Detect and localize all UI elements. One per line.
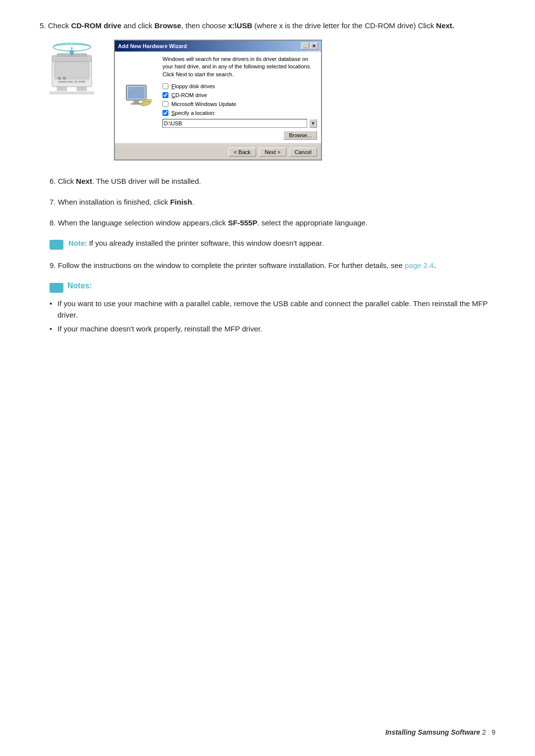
step5-next: Next. (436, 21, 454, 30)
floppy-checkbox[interactable] (162, 83, 168, 89)
svg-rect-6 (57, 87, 67, 91)
svg-point-19 (140, 101, 151, 107)
titlebar-controls: _ ✕ (301, 43, 318, 50)
svg-rect-2 (54, 62, 89, 79)
wizard-dialog: Add New Hardware Wizard _ ✕ (114, 40, 322, 161)
step9-number: 9. (50, 261, 56, 270)
option-cdrom: CD-ROM drive (162, 92, 317, 98)
location-row: ▼ (162, 119, 317, 128)
browse-button[interactable]: Browse... (283, 131, 317, 140)
note-text: Note: If you already installed the print… (68, 239, 324, 247)
svg-rect-16 (131, 103, 141, 105)
option-windows-update: Microsoft Windows Update (162, 101, 317, 107)
option-specify: Specify a location: (162, 110, 317, 116)
step5-text-middle1: and click (121, 21, 155, 30)
step6-number: 6. (50, 177, 56, 185)
svg-point-8 (58, 77, 61, 80)
step5-browse: Browse (155, 21, 181, 30)
note-label: Note (68, 239, 85, 247)
cancel-button[interactable]: Cancel (289, 148, 317, 157)
wizard-footer: < Back Next > Cancel (115, 144, 321, 160)
step8: 8. When the language selection window ap… (40, 217, 495, 229)
step5-text-middle2: , then choose (181, 21, 228, 30)
steps-section: 6. Click Next. The USB driver will be in… (40, 175, 495, 229)
list-item: If your machine doesn't work properly, r… (50, 324, 495, 335)
step7-number: 7. (50, 198, 56, 206)
notes-icon (50, 283, 63, 293)
svg-rect-14 (128, 87, 133, 90)
step6-next: Next (76, 177, 92, 185)
note-icon (50, 240, 63, 250)
floppy-label: Floppy disk drives (171, 83, 215, 89)
step5-xusb: x:\USB (228, 21, 252, 30)
wizard-body: Windows will search for new drivers in i… (115, 52, 321, 144)
cdrom-label: CD-ROM drive (171, 92, 207, 98)
svg-point-9 (63, 77, 66, 80)
step6: 6. Click Next. The USB driver will be in… (40, 175, 495, 187)
device-illustration: SAMSUNG SF-555P (40, 40, 104, 106)
svg-rect-4 (57, 54, 87, 56)
step7: 7. When installation is finished, click … (40, 196, 495, 208)
specify-checkbox[interactable] (162, 110, 168, 116)
step8-number: 8. (50, 218, 56, 227)
svg-rect-11 (50, 92, 94, 94)
step7-text: When installation is finished, click (58, 198, 170, 206)
step7-text-after: . (192, 198, 194, 206)
note-block: Note: If you already installed the print… (50, 239, 495, 250)
next-button[interactable]: Next > (259, 148, 286, 157)
cdrom-checkbox[interactable] (162, 92, 168, 98)
windows-update-checkbox[interactable] (162, 101, 168, 107)
notes-block: Notes: If you want to use your machine w… (50, 281, 495, 335)
location-dropdown[interactable]: ▼ (309, 119, 317, 128)
notes-list: If you want to use your machine with a p… (50, 298, 495, 335)
step5-cdrom: CD-ROM drive (71, 21, 121, 30)
note-content: If you already installed the printer sof… (87, 239, 324, 247)
step9-link[interactable]: page 2.4 (405, 261, 433, 270)
step9-text: Follow the instructions on the window to… (58, 261, 405, 270)
footer-dot: . (488, 730, 489, 736)
specify-label: Specify a location: (171, 110, 215, 116)
wizard-icon-area (119, 55, 159, 140)
footer-page-prefix: 2 (482, 728, 486, 736)
step5-text-before: 5. Check (40, 21, 71, 30)
wizard-text-area: Windows will search for new drivers in i… (162, 55, 317, 140)
step8-text: When the language selection window appea… (58, 218, 228, 227)
option-floppy: Floppy disk drives (162, 83, 317, 89)
back-button[interactable]: < Back (228, 148, 256, 157)
step6-text: Click (58, 177, 76, 185)
step9-text-after: . (433, 261, 435, 270)
step5-text-middle3: (where x is the drive letter for the CD-… (252, 21, 436, 30)
wizard-description: Windows will search for new drivers in i… (162, 55, 317, 78)
step9-section: 9. Follow the instructions on the window… (40, 260, 495, 271)
minimize-button[interactable]: _ (301, 43, 309, 50)
step7-finish: Finish (170, 198, 192, 206)
step9: 9. Follow the instructions on the window… (40, 260, 495, 271)
footer-page-num: 9 (491, 728, 495, 736)
footer-label: Installing Samsung Software (385, 728, 480, 736)
wizard-title: Add New Hardware Wizard (118, 43, 187, 49)
location-input[interactable] (162, 119, 307, 128)
step8-text-after: . select the appropriate language. (257, 218, 368, 227)
step8-sf: SF-555P (228, 218, 257, 227)
windows-update-label: Microsoft Windows Update (171, 101, 236, 107)
svg-rect-7 (77, 87, 87, 91)
list-item: If you want to use your machine with a p… (50, 298, 495, 321)
browse-row: Browse... (162, 131, 317, 140)
step6-text-after: . The USB driver will be installed. (92, 177, 201, 185)
wizard-titlebar: Add New Hardware Wizard _ ✕ (115, 41, 321, 52)
page-footer: Installing Samsung Software 2.9 (385, 728, 495, 736)
svg-rect-15 (134, 100, 139, 103)
svg-text:SAMSUNG SF-555P: SAMSUNG SF-555P (58, 80, 86, 83)
notes-title: Notes: (67, 281, 92, 290)
close-button[interactable]: ✕ (310, 43, 318, 50)
